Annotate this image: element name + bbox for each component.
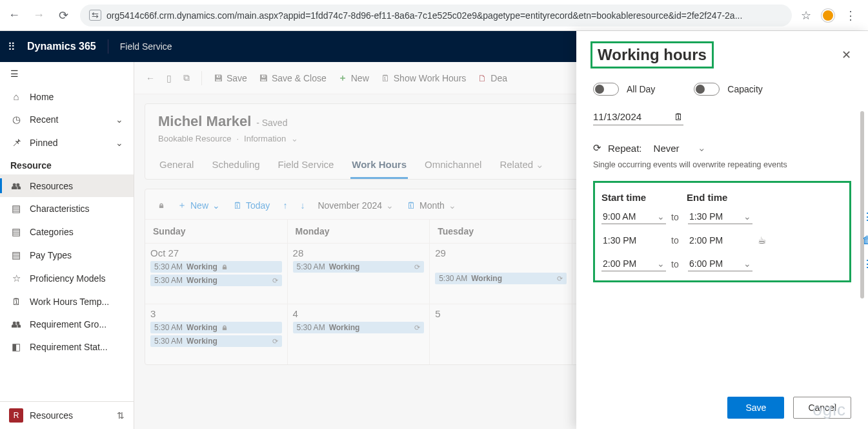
save-close-button[interactable]: 💾︎Save & Close xyxy=(259,73,327,83)
cal-view[interactable]: 🗓︎Month ⌄ xyxy=(407,200,456,211)
day-cell[interactable]: 3 5:30 AMWorking🔒︎ 5:30 AMWorking⟳ xyxy=(145,304,288,364)
site-info-icon[interactable]: ⇆ xyxy=(89,10,101,21)
plus-icon: ＋ xyxy=(338,72,347,84)
nav-pinned-label: Pinned xyxy=(30,138,58,148)
tab-scheduling[interactable]: Scheduling xyxy=(210,152,261,179)
calendar-event[interactable]: 5:30 AMWorking🔒︎ xyxy=(150,322,282,333)
tab-related[interactable]: Related ⌄ xyxy=(498,152,545,179)
cal-period[interactable]: November 2024 ⌄ xyxy=(318,200,394,211)
kebab-icon[interactable]: ⋮ xyxy=(845,8,856,23)
day-number: 28 xyxy=(293,247,425,258)
cmd-label: Save & Close xyxy=(272,73,327,83)
row-delete-icon[interactable]: 🗑︎ xyxy=(862,235,868,246)
toggle-all-day[interactable]: All Day xyxy=(593,83,655,96)
dayhead-sun: Sunday xyxy=(145,220,288,243)
switch-off[interactable] xyxy=(593,83,619,96)
start-time-input[interactable]: 2:00 PM⌄ xyxy=(601,256,666,271)
day-cell[interactable]: 28 5:30 AMWorking⟳ xyxy=(288,243,430,304)
nav-proficiency[interactable]: ☆Proficiency Models xyxy=(0,267,134,290)
clock-icon: ◷ xyxy=(10,114,22,125)
nav-characteristics[interactable]: ▤Characteristics xyxy=(0,197,134,220)
save-button[interactable]: 💾︎Save xyxy=(214,73,247,83)
date-input[interactable]: 11/13/2024 🗓︎ xyxy=(593,109,683,125)
form-name[interactable]: Information xyxy=(244,134,286,143)
toggle-capacity[interactable]: Capacity xyxy=(694,83,762,96)
nav-workhours-temp[interactable]: 🗓︎Work Hours Temp... xyxy=(0,290,134,313)
cal-next-button[interactable]: ↓ xyxy=(300,200,305,211)
end-time-input[interactable]: 6:00 PM⌄ xyxy=(688,256,752,271)
day-cell[interactable]: Oct 27 5:30 AMWorking🔒︎ 5:30 AMWorking⟳ xyxy=(145,243,288,304)
time-row: 2:00 PM⌄ to 6:00 PM⌄ ⋮ xyxy=(601,256,843,271)
tab-general[interactable]: General xyxy=(158,152,195,179)
arrow-left-icon: ← xyxy=(146,73,155,83)
open-new-window[interactable]: ⧉ xyxy=(183,72,190,83)
nav-item-label: Requirement Stat... xyxy=(30,342,108,352)
break-icon: ☕︎ xyxy=(758,235,766,246)
nav-resources[interactable]: 👥︎Resources xyxy=(0,174,134,197)
lock-icon: 🔒︎ xyxy=(221,324,228,331)
row-more-icon[interactable]: ⋮ xyxy=(862,258,868,270)
nav-recent-label: Recent xyxy=(30,114,58,125)
profile-avatar[interactable] xyxy=(822,9,834,22)
calendar-event[interactable]: 5:30 AMWorking⟳ xyxy=(293,322,425,333)
app-area[interactable]: Field Service xyxy=(120,41,172,52)
nav-home[interactable]: ⌂Home xyxy=(0,85,134,108)
nav-footer-label: Resources xyxy=(30,410,73,421)
disk-close-icon: 💾︎ xyxy=(259,73,268,83)
repeat-selector[interactable]: ⟳ Repeat: Never ⌄ xyxy=(593,142,851,154)
start-time-input[interactable]: 9:00 AM⌄ xyxy=(601,209,666,224)
nav-item-label: Work Hours Temp... xyxy=(30,297,109,307)
back-button[interactable]: ← xyxy=(6,8,22,23)
show-work-hours-button[interactable]: 🗓︎Show Work Hours xyxy=(381,73,467,83)
url-text: org5414c66f.crm.dynamics.com/main.aspx?a… xyxy=(106,10,742,21)
toggle-label: All Day xyxy=(627,84,655,94)
bookmark-icon[interactable]: ☆ xyxy=(801,8,811,23)
day-number: 3 xyxy=(150,308,282,319)
save-button[interactable]: Save xyxy=(727,397,784,419)
back-cmd[interactable]: ← xyxy=(146,73,155,83)
chevron-down-icon: ⌄ xyxy=(657,258,665,269)
cancel-button[interactable]: Cancel xyxy=(793,397,851,419)
deactivate-button[interactable]: 🗋Dea xyxy=(478,73,507,83)
nav-req-group[interactable]: 👥︎Requirement Gro... xyxy=(0,313,134,335)
reload-button[interactable]: ⟳ xyxy=(56,8,71,23)
hamburger-icon[interactable]: ☰ xyxy=(0,62,134,85)
app-launcher-icon[interactable]: ⠿ xyxy=(8,41,15,53)
day-cell[interactable]: 5 xyxy=(430,304,572,364)
end-time-input[interactable]: 1:30 PM⌄ xyxy=(688,209,752,224)
switch-off[interactable] xyxy=(694,83,720,96)
form-selector[interactable]: ▯ xyxy=(167,73,172,83)
end-time-static: 2:00 PM xyxy=(688,233,752,247)
chevron-down-icon: ⌄ xyxy=(116,138,123,148)
new-button[interactable]: ＋New xyxy=(338,72,369,84)
row-more-icon[interactable]: ⋮ xyxy=(862,211,868,223)
address-bar[interactable]: ⇆ org5414c66f.crm.dynamics.com/main.aspx… xyxy=(80,5,792,26)
day-cell[interactable]: 29 5:30 AMWorking⟳ xyxy=(430,243,572,304)
time-row-break: 1:30 PM to 2:00 PM ☕︎ 🗑︎ xyxy=(601,233,843,247)
calendar-event[interactable]: 5:30 AMWorking⟳ xyxy=(150,275,282,286)
calendar-event[interactable]: 5:30 AMWorking⟳ xyxy=(435,273,567,284)
tab-omnichannel[interactable]: Omnichannel xyxy=(423,152,483,179)
calendar-event[interactable]: 5:30 AMWorking⟳ xyxy=(293,261,425,273)
close-icon[interactable]: ✕ xyxy=(839,45,854,65)
nav-footer-resources[interactable]: R Resources ⇅ xyxy=(0,401,134,429)
nav-recent[interactable]: ◷Recent⌄ xyxy=(0,108,134,131)
nav-categories[interactable]: ▤Categories xyxy=(0,220,134,244)
nav-pinned[interactable]: 📌︎Pinned⌄ xyxy=(0,131,134,154)
cal-new-button[interactable]: ＋New ⌄ xyxy=(177,200,220,211)
chevron-down-icon: ⌄ xyxy=(536,159,544,170)
calendar-event[interactable]: 5:30 AMWorking⟳ xyxy=(150,335,282,347)
day-cell[interactable]: 4 5:30 AMWorking⟳ xyxy=(288,304,430,364)
cal-today-button[interactable]: 🗓︎Today xyxy=(233,200,270,211)
time-slots-block: Start time End time 9:00 AM⌄ to 1:30 PM⌄… xyxy=(593,181,851,282)
tab-fieldservice[interactable]: Field Service xyxy=(277,152,336,179)
forward-button[interactable]: → xyxy=(31,8,46,23)
btn-label: Today xyxy=(246,200,270,211)
calendar-event[interactable]: 5:30 AMWorking🔒︎ xyxy=(150,261,282,273)
nav-paytypes[interactable]: ▤Pay Types xyxy=(0,244,134,267)
day-number: 29 xyxy=(435,247,567,258)
entity-name: Bookable Resource xyxy=(158,134,231,143)
cal-prev-button[interactable]: ↑ xyxy=(283,200,287,211)
nav-req-stat[interactable]: ◧Requirement Stat... xyxy=(0,335,134,359)
tab-workhours[interactable]: Work Hours xyxy=(350,152,408,179)
